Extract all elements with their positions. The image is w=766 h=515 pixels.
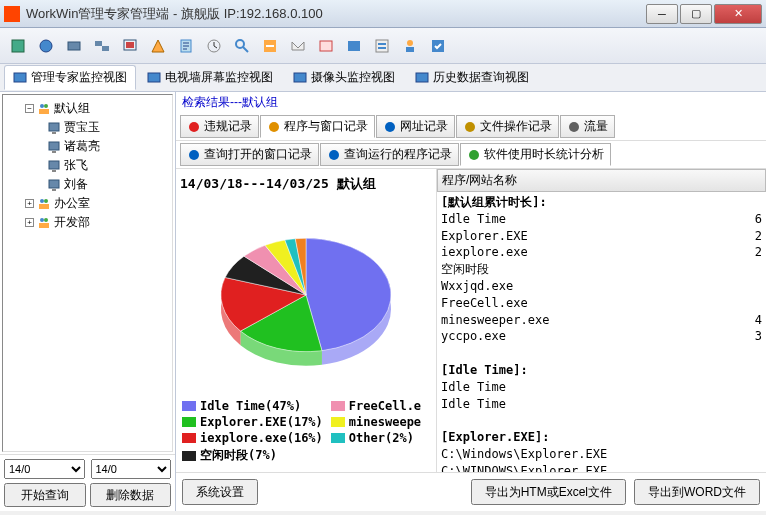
tree-view[interactable]: −默认组贾宝玉诸葛亮张飞刘备+办公室+开发部 — [2, 94, 173, 452]
list-item[interactable]: minesweeper.exe4 — [441, 312, 762, 329]
list-item[interactable]: yccpo.exe3 — [441, 328, 762, 345]
svg-rect-0 — [12, 40, 24, 52]
svg-point-9 — [236, 40, 244, 48]
svg-point-39 — [44, 218, 48, 222]
sub-tabs-1-1[interactable]: 程序与窗口记录 — [260, 115, 375, 138]
list-body[interactable]: [默认组累计时长]:Idle Time6Explorer.EXE2iexplor… — [437, 192, 766, 472]
minimize-button[interactable]: ─ — [646, 4, 678, 24]
list-item[interactable]: iexplore.exe2 — [441, 244, 762, 261]
toolbar-button-13[interactable] — [342, 34, 366, 58]
svg-rect-28 — [52, 132, 56, 134]
svg-rect-12 — [320, 41, 332, 51]
toolbar-button-16[interactable] — [426, 34, 450, 58]
toolbar — [0, 28, 766, 64]
sub-tabs-2-0[interactable]: 查询打开的窗口记录 — [180, 143, 319, 166]
svg-rect-34 — [52, 189, 56, 191]
toolbar-button-11[interactable] — [286, 34, 310, 58]
date-to-select[interactable]: 14/0 — [91, 459, 172, 479]
main-tab-0[interactable]: 管理专家监控视图 — [4, 65, 136, 90]
svg-point-45 — [569, 122, 579, 132]
export-word-button[interactable]: 导出到WORD文件 — [634, 479, 760, 505]
svg-point-41 — [189, 122, 199, 132]
tree-item-0-3[interactable]: 刘备 — [7, 175, 168, 194]
list-group-header-0: [默认组累计时长]: — [441, 194, 762, 211]
close-button[interactable]: ✕ — [714, 4, 762, 24]
svg-line-10 — [243, 47, 248, 52]
app-icon — [4, 6, 20, 22]
list-group-header-1: [Idle Time]: — [441, 362, 762, 379]
toolbar-button-6[interactable] — [146, 34, 170, 58]
sub-tabs-2-2[interactable]: 软件使用时长统计分析 — [460, 143, 611, 166]
list-header[interactable]: 程序/网站名称 — [437, 169, 766, 192]
svg-point-1 — [40, 40, 52, 52]
toolbar-button-1[interactable] — [6, 34, 30, 58]
list-item[interactable]: Wxxjqd.exe — [441, 278, 762, 295]
main-tab-1[interactable]: 电视墙屏幕监控视图 — [138, 65, 282, 90]
sidebar: −默认组贾宝玉诸葛亮张飞刘备+办公室+开发部 14/0 14/0 开始查询 删除… — [0, 92, 176, 511]
sub-tabs-1-4[interactable]: 流量 — [560, 115, 615, 138]
toolbar-button-9[interactable] — [230, 34, 254, 58]
toolbar-button-12[interactable] — [314, 34, 338, 58]
svg-rect-20 — [14, 73, 26, 82]
delete-data-button[interactable]: 删除数据 — [90, 483, 172, 507]
main-tab-2[interactable]: 摄像头监控视图 — [284, 65, 404, 90]
legend-swatch — [182, 433, 196, 443]
main-panel: 检索结果---默认组 违规记录程序与窗口记录网址记录文件操作记录流量 查询打开的… — [176, 92, 766, 511]
svg-point-17 — [407, 40, 413, 46]
toolbar-button-8[interactable] — [202, 34, 226, 58]
pie-chart — [180, 195, 432, 395]
svg-rect-26 — [39, 109, 49, 114]
sub-tabs-1-3[interactable]: 文件操作记录 — [456, 115, 559, 138]
toolbar-button-10[interactable] — [258, 34, 282, 58]
tree-group-2[interactable]: +开发部 — [7, 213, 168, 232]
maximize-button[interactable]: ▢ — [680, 4, 712, 24]
list-item[interactable]: Idle Time6 — [441, 211, 762, 228]
toolbar-button-2[interactable] — [34, 34, 58, 58]
tree-group-0[interactable]: −默认组 — [7, 99, 168, 118]
toolbar-button-3[interactable] — [62, 34, 86, 58]
list-item[interactable]: Idle Time — [441, 379, 762, 396]
svg-rect-21 — [148, 73, 160, 82]
start-query-button[interactable]: 开始查询 — [4, 483, 86, 507]
expander-icon[interactable]: + — [25, 218, 34, 227]
sub-tabs-2-1[interactable]: 查询运行的程序记录 — [320, 143, 459, 166]
tree-group-1[interactable]: +办公室 — [7, 194, 168, 213]
list-item[interactable]: Explorer.EXE2 — [441, 228, 762, 245]
svg-rect-6 — [126, 42, 134, 48]
date-from-select[interactable]: 14/0 — [4, 459, 85, 479]
list-item[interactable]: 空闲时段 — [441, 261, 762, 278]
toolbar-button-7[interactable] — [174, 34, 198, 58]
toolbar-button-4[interactable] — [90, 34, 114, 58]
svg-point-38 — [40, 218, 44, 222]
expander-icon[interactable]: − — [25, 104, 34, 113]
toolbar-button-5[interactable] — [118, 34, 142, 58]
svg-rect-23 — [416, 73, 428, 82]
list-item[interactable]: Idle Time — [441, 396, 762, 413]
svg-point-25 — [44, 104, 48, 108]
svg-rect-29 — [49, 142, 59, 150]
system-settings-button[interactable]: 系统设置 — [182, 479, 258, 505]
svg-rect-13 — [348, 41, 360, 51]
svg-point-42 — [269, 122, 279, 132]
main-tabbar: 管理专家监控视图电视墙屏幕监控视图摄像头监控视图历史数据查询视图 — [0, 64, 766, 92]
sub-tabs-1-2[interactable]: 网址记录 — [376, 115, 455, 138]
svg-rect-14 — [376, 40, 388, 52]
legend-item-3: minesweepe — [331, 415, 430, 429]
tree-item-0-2[interactable]: 张飞 — [7, 156, 168, 175]
list-item[interactable]: FreeCell.exe — [441, 295, 762, 312]
tree-item-0-1[interactable]: 诸葛亮 — [7, 137, 168, 156]
tree-item-0-0[interactable]: 贾宝玉 — [7, 118, 168, 137]
svg-rect-27 — [49, 123, 59, 131]
legend-item-6: 空闲时段(7%) — [182, 447, 323, 464]
main-tab-3[interactable]: 历史数据查询视图 — [406, 65, 538, 90]
list-item[interactable]: C:\WINDOWS\Explorer.EXE — [441, 463, 762, 472]
sub-tabs-row2: 查询打开的窗口记录查询运行的程序记录软件使用时长统计分析 — [176, 141, 766, 169]
list-item[interactable]: C:\Windows\Explorer.EXE — [441, 446, 762, 463]
sub-tabs-1-0[interactable]: 违规记录 — [180, 115, 259, 138]
toolbar-button-14[interactable] — [370, 34, 394, 58]
svg-point-47 — [329, 150, 339, 160]
expander-icon[interactable]: + — [25, 199, 34, 208]
toolbar-button-15[interactable] — [398, 34, 422, 58]
export-html-button[interactable]: 导出为HTM或Excel文件 — [471, 479, 626, 505]
svg-point-43 — [385, 122, 395, 132]
